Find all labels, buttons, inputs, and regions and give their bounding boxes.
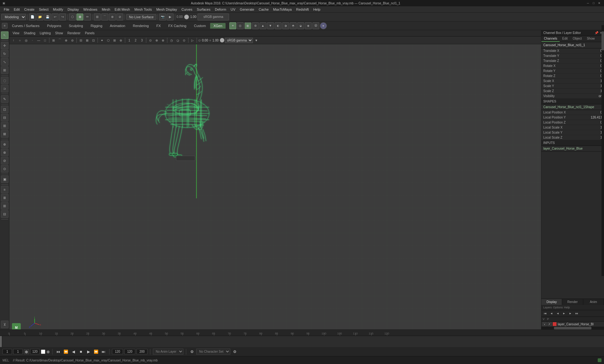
tab-animation[interactable]: Animation xyxy=(107,23,128,29)
channel-box-pin[interactable]: 📌 xyxy=(595,31,598,35)
char-set-settings-button[interactable]: ⚙ xyxy=(232,349,238,355)
display-tool-1[interactable]: ⊡ xyxy=(1,106,8,113)
menu-display[interactable]: Display xyxy=(66,7,81,12)
vp-show-grid[interactable]: ⊞ xyxy=(112,37,117,43)
tab-curves-surfaces[interactable]: Curves / Surfaces xyxy=(9,23,42,29)
snap-curve-button[interactable]: ⌒ xyxy=(101,14,108,20)
vp-select-face[interactable]: □ xyxy=(42,37,48,43)
tab-polygons[interactable]: Polygons xyxy=(44,23,64,29)
camera-button[interactable]: 📷 xyxy=(159,14,166,20)
vp-colorspace-select[interactable]: sRGB gamma xyxy=(225,38,253,43)
cam-tool-3[interactable]: ⊘ xyxy=(1,157,8,164)
vp-wireframe[interactable]: ⬡ xyxy=(105,37,111,43)
shelf-icon-9[interactable]: ⬘ xyxy=(290,22,297,29)
layer-ctrl-last[interactable]: ⏭ xyxy=(574,311,579,316)
maximize-button[interactable]: □ xyxy=(591,1,596,5)
universal-manip[interactable]: ⊞ xyxy=(1,66,8,74)
menu-edit-mesh[interactable]: Edit Mesh xyxy=(113,7,132,12)
tab-fx-caching[interactable]: FX Caching xyxy=(165,23,189,29)
vp-display-mode-2[interactable]: ⊠ xyxy=(84,37,90,43)
menu-uv[interactable]: UV xyxy=(229,7,237,12)
layer-playback-toggle[interactable]: P xyxy=(548,322,551,326)
vp-xray-mode[interactable]: ✦ xyxy=(99,37,105,43)
display-tool-4[interactable]: ⊠ xyxy=(1,130,8,138)
cb-tab-channels[interactable]: Channels xyxy=(541,36,560,42)
layer-ctrl-prev2[interactable]: ◄ xyxy=(555,311,560,316)
lasso-tool[interactable]: ⊃ xyxy=(1,85,8,92)
snap-grid-button[interactable]: ⊞ xyxy=(94,14,101,20)
vp-resolution-low[interactable]: 1 xyxy=(126,37,132,43)
vp-btn-b[interactable]: ⊕ xyxy=(154,37,159,43)
paint-select-button[interactable]: ✏ xyxy=(84,14,91,20)
menu-redshift[interactable]: Redshift xyxy=(294,7,310,12)
current-frame-field[interactable] xyxy=(13,349,23,354)
timeline-scrubber[interactable] xyxy=(0,336,604,347)
layer-ctrl-prev[interactable]: ◄ xyxy=(549,311,554,316)
vp-snap-curve[interactable]: ⌒ xyxy=(57,37,63,43)
cb-tab-edit[interactable]: Edit xyxy=(560,36,570,42)
character-set-select[interactable]: No Character Set xyxy=(196,349,230,355)
vp-render-seq[interactable]: ▷ xyxy=(190,37,195,43)
menu-mesh-tools[interactable]: Mesh Tools xyxy=(132,7,154,12)
close-button[interactable]: ✕ xyxy=(597,1,601,5)
module-dropdown[interactable]: Modeling xyxy=(1,14,26,20)
menu-mesh[interactable]: Mesh xyxy=(100,7,112,12)
vp-menu-show[interactable]: Show xyxy=(53,31,65,36)
menu-generate[interactable]: Generate xyxy=(238,7,256,12)
layer-tool-3[interactable]: ⊞ xyxy=(1,202,8,210)
scrollbar-thumb[interactable] xyxy=(554,327,591,329)
color-management-button[interactable] xyxy=(184,14,189,19)
menu-surfaces[interactable]: Surfaces xyxy=(195,7,212,12)
menu-windows[interactable]: Windows xyxy=(81,7,99,12)
vp-display-mode-1[interactable]: ⊟ xyxy=(78,37,84,43)
shelf-icon-4[interactable]: ⊛ xyxy=(252,22,259,29)
scale-tool[interactable]: ⤡ xyxy=(1,58,8,66)
shelf-icon-11[interactable]: ◈ xyxy=(305,22,312,29)
render-region-tool[interactable]: ▣ xyxy=(1,175,8,183)
vp-color-btn[interactable] xyxy=(220,38,224,42)
shelf-icon-7[interactable]: ⬖ xyxy=(275,22,282,29)
layer-tool-4[interactable]: ⊟ xyxy=(1,210,8,218)
goto-start-button[interactable]: ⏮ xyxy=(55,349,61,355)
anim-layer-settings-button[interactable]: ⚙ xyxy=(189,349,195,355)
auto-key-checkbox[interactable] xyxy=(41,350,45,354)
viewport-3d[interactable]: X Y Z M persp xyxy=(9,44,541,329)
misc-tool[interactable]: ⊻ xyxy=(1,321,8,328)
shelf-icon-12[interactable]: ⦿ xyxy=(312,22,319,29)
tab-sculpting[interactable]: Sculpting xyxy=(66,23,86,29)
paint-tool[interactable]: ✎ xyxy=(1,95,8,103)
right-panel-scrollbar[interactable] xyxy=(541,327,604,329)
playback-start-field[interactable] xyxy=(112,349,123,354)
shelf-settings-button[interactable]: ≡ xyxy=(2,23,8,29)
minimize-button[interactable]: ─ xyxy=(586,1,590,5)
shelf-icon-sphere[interactable]: ● xyxy=(320,22,327,29)
save-file-button[interactable]: 💾 xyxy=(44,14,51,20)
cb-tab-show[interactable]: Show xyxy=(584,36,597,42)
goto-end-button[interactable]: ⏭ xyxy=(100,349,107,355)
menu-edit[interactable]: Edit xyxy=(12,7,22,12)
display-tool-2[interactable]: ⊟ xyxy=(1,114,8,121)
vp-select-object[interactable]: ○ xyxy=(17,37,23,43)
step-forward-button[interactable]: ⏩ xyxy=(93,349,99,355)
vp-select-component[interactable]: ◎ xyxy=(23,37,29,43)
playhead[interactable] xyxy=(1,336,1,347)
disp-tab-render[interactable]: Render xyxy=(562,299,583,305)
help-tab[interactable]: Help xyxy=(564,306,570,309)
vp-snap-surface[interactable]: ⊘ xyxy=(70,37,75,43)
vp-select-edge[interactable]: — xyxy=(36,37,42,43)
total-frames-field[interactable] xyxy=(137,349,148,354)
select-component-button[interactable]: ⬢ xyxy=(76,14,83,20)
tab-rigging[interactable]: Rigging xyxy=(87,23,105,29)
redo-button[interactable]: ↪ xyxy=(59,14,66,20)
play-forward-button[interactable]: ▶ xyxy=(85,349,92,355)
rotate-tool[interactable]: ↻ xyxy=(1,50,8,58)
shelf-icon-3[interactable]: ◉ xyxy=(244,22,251,29)
vp-select-hierarchy[interactable]: ↑ xyxy=(11,37,16,43)
vp-snap-point[interactable]: ⊕ xyxy=(63,37,69,43)
menu-maxomaya[interactable]: MaxToMaya xyxy=(271,7,294,12)
cam-tool-4[interactable]: ⊙ xyxy=(1,165,8,173)
vp-menu-panels[interactable]: Panels xyxy=(83,31,97,36)
layer-visibility-toggle[interactable]: V xyxy=(543,322,546,326)
layer-tool-2[interactable]: ≣ xyxy=(1,194,8,201)
soft-select-tool[interactable]: ◌ xyxy=(1,77,8,84)
